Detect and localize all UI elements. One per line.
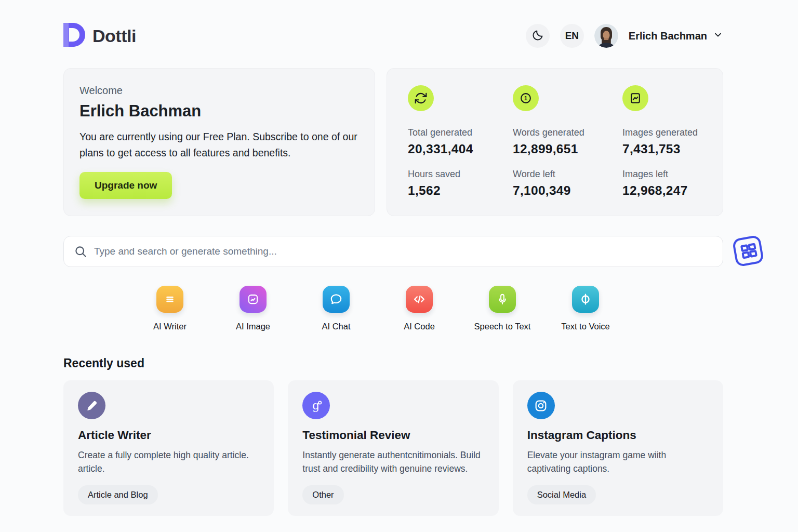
category-badge: Social Media: [527, 485, 596, 504]
category-badge: Article and Blog: [78, 485, 158, 504]
stat-column-images: Images generated 7,431,753 Images left 1…: [622, 85, 712, 216]
search-input[interactable]: [63, 236, 723, 267]
image-icon: [240, 286, 267, 313]
chat-bubble-icon: [323, 286, 350, 313]
tool-label: AI Writer: [153, 322, 187, 331]
stat-label: Images generated: [622, 127, 712, 138]
recent-card-title: Testimonial Review: [302, 429, 484, 442]
stats-card: Total generated 20,331,404 Hours saved 1…: [387, 68, 723, 216]
stat-value: 7,431,753: [622, 142, 712, 156]
app-name: Dottli: [92, 26, 136, 46]
tool-label: AI Code: [404, 322, 435, 331]
stat-value: 1,562: [408, 183, 513, 198]
stat-value: 7,100,349: [513, 183, 622, 198]
moon-icon: [531, 29, 544, 43]
welcome-user-name: Erlich Bachman: [79, 102, 359, 121]
header-actions: EN Erlich Bachman: [526, 24, 723, 48]
tool-ai-image[interactable]: AI Image: [211, 286, 295, 331]
recent-card-testimonial-review[interactable]: g Testimonial Review Instantly generate …: [288, 380, 498, 516]
stat-label: Images left: [622, 169, 712, 180]
code-icon: [406, 286, 433, 313]
recently-used-heading: Recently used: [63, 356, 144, 370]
stat-label: Hours saved: [408, 169, 513, 180]
recent-card-description: Create a fully complete high quality art…: [78, 448, 259, 476]
recent-card-instagram-captions[interactable]: Instagram Captions Elevate your instagra…: [513, 380, 723, 516]
search-bar: [63, 236, 723, 267]
apps-grid-icon: [732, 261, 765, 269]
apps-grid-button[interactable]: [730, 233, 766, 270]
stat-value: 12,968,247: [622, 183, 712, 198]
tool-speech-to-text[interactable]: Speech to Text: [461, 286, 544, 331]
app-logo: Dottli: [63, 23, 136, 49]
quick-tools: AI Writer AI Image AI Chat AI Code: [48, 286, 708, 331]
tool-label: AI Image: [236, 322, 270, 331]
stat-label: Worde left: [513, 169, 622, 180]
stat-label: Words generated: [513, 127, 622, 138]
sync-icon: [408, 85, 434, 111]
recently-used-grid: Article Writer Create a fully complete h…: [63, 380, 723, 516]
language-button[interactable]: EN: [560, 24, 584, 48]
instagram-icon: [527, 392, 555, 419]
recent-card-title: Instagram Captions: [527, 429, 709, 442]
speaker-icon: [572, 286, 599, 313]
stat-label: Total generated: [408, 127, 513, 138]
recent-card-description: Instantly generate authentcnitimonials. …: [302, 448, 484, 476]
dottli-logo-icon: [63, 23, 85, 49]
stat-column-total: Total generated 20,331,404 Hours saved 1…: [408, 85, 513, 216]
user-name-label: Erlich Bachman: [629, 30, 707, 42]
welcome-eyebrow: Welcome: [79, 85, 359, 97]
upgrade-button[interactable]: Upgrade now: [79, 172, 172, 199]
testimonial-g-icon: g: [302, 392, 330, 419]
tool-label: Speech to Text: [474, 322, 531, 331]
recent-card-article-writer[interactable]: Article Writer Create a fully complete h…: [63, 380, 274, 516]
tool-ai-chat[interactable]: AI Chat: [295, 286, 378, 331]
svg-text:g: g: [312, 399, 320, 412]
plan-message: You are currently using our Free Plan. S…: [79, 129, 363, 161]
welcome-card: Welcome Erlich Bachman You are currently…: [63, 68, 375, 216]
stat-value: 12,899,651: [513, 142, 622, 156]
avatar[interactable]: [594, 24, 618, 48]
counter-one-icon: 1: [513, 85, 539, 111]
tool-ai-writer[interactable]: AI Writer: [128, 286, 211, 331]
image-chart-icon: [622, 85, 648, 111]
chevron-down-icon: [713, 30, 723, 43]
tool-text-to-voice[interactable]: Text to Voice: [544, 286, 627, 331]
user-menu[interactable]: Erlich Bachman: [629, 30, 723, 43]
search-icon: [74, 245, 87, 260]
tool-label: Text to Voice: [561, 322, 610, 331]
stat-column-words: 1 Words generated 12,899,651 Worde left …: [513, 85, 622, 216]
pencil-icon: [78, 392, 105, 419]
text-lines-icon: [156, 286, 183, 313]
category-badge: Other: [302, 485, 343, 504]
recent-card-description: Elevate your instagram game wiith captiv…: [527, 448, 709, 476]
recent-card-title: Article Writer: [78, 429, 259, 442]
stat-value: 20,331,404: [408, 142, 513, 156]
tool-label: AI Chat: [322, 322, 350, 331]
theme-toggle-button[interactable]: [526, 24, 550, 48]
tool-ai-code[interactable]: AI Code: [378, 286, 461, 331]
microphone-icon: [489, 286, 516, 313]
header: Dottli EN Erlich Bac: [63, 23, 723, 49]
svg-text:1: 1: [524, 95, 527, 101]
